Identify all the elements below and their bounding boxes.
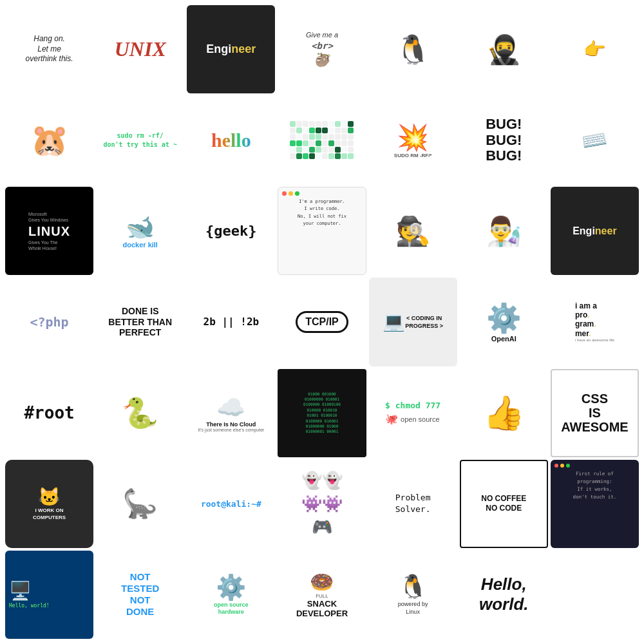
sticker-engineer2: Engineer <box>551 187 639 275</box>
matrix-cell <box>303 134 308 140</box>
matrix-cell <box>335 147 341 153</box>
coding-icon: 💻 <box>383 311 405 332</box>
hacker-icon: 🕵️ <box>395 214 431 248</box>
sticker-tesla: 👨‍🔬 <box>460 187 548 275</box>
matrix-cell <box>309 134 315 140</box>
problem-text: Problem Solver. <box>395 492 431 515</box>
pacman-icon: 👻👻👾👾🎮 <box>301 469 343 539</box>
hello-world2-line1: Hello, <box>479 574 529 594</box>
sticker-done: DONE IS BETTER THAN PERFECT <box>96 278 184 366</box>
matrix-cell <box>335 128 341 133</box>
matrix-cell <box>328 121 334 127</box>
snack-main-text: SNACK DEVELOPER <box>296 599 348 619</box>
terminal-content: I'm a programmer. I write code. No, I wi… <box>282 191 361 227</box>
sticker-hello-world-screen: 🖥️ Hello, world! <box>5 551 93 639</box>
matrix-cell <box>322 121 328 127</box>
sticker-thumbsup: 👍 <box>460 369 548 457</box>
matrix-cell <box>348 121 354 127</box>
matrix-cell <box>335 121 341 127</box>
sticker-css-awesome: CSS IS AWESOME <box>551 369 639 457</box>
sticker-php: <?php <box>5 278 93 366</box>
python-icon: 🐍 <box>122 395 158 430</box>
tux-icon: 🐧 <box>398 573 428 600</box>
sticker-programmer: i am a pro. gram. mer. i have an awesome… <box>551 278 639 366</box>
matrix-cell <box>328 140 334 146</box>
explosion-icon: 💥 <box>394 122 432 153</box>
sticker-ninja: 🥷 <box>460 5 548 93</box>
matrix-cell <box>341 140 347 146</box>
engineer1-neer: neer <box>231 43 256 56</box>
sticker-give-me: Give me a <br> 🦥 <box>278 5 366 93</box>
matrix-cell <box>341 153 347 159</box>
screen-icon: 🖥️ <box>9 580 32 601</box>
matrix-cell <box>348 153 354 159</box>
bug-text: BUG! BUG! BUG! <box>486 117 522 164</box>
gear-icon: ⚙️ <box>214 573 249 601</box>
coding-text: < CODING IN PROGRESS > <box>405 315 443 330</box>
first-rule-line2: programming: <box>554 478 635 486</box>
matrix-cell <box>309 147 315 153</box>
matrix-cell <box>335 153 341 159</box>
matrix-cell <box>341 134 347 140</box>
matrix-cell <box>290 153 296 159</box>
matrix-grid <box>290 121 354 159</box>
sticker-full-snack: 🍩 FULL SNACK DEVELOPER <box>278 551 366 639</box>
matrix-cell <box>296 128 302 133</box>
matrix-cell <box>290 128 296 133</box>
sticker-unix: UNIX <box>96 5 184 93</box>
matrix-cell <box>328 153 334 159</box>
iwork-text: I WORK ON COMPUTERS <box>33 507 66 521</box>
first-rule-content: First rule of programming: If it works, … <box>554 464 635 501</box>
nocloud-sub: It's just someone else's computer <box>198 428 264 432</box>
sticker-linux-ms: Microsoft Gives You Windows LINUX Gives … <box>5 187 93 275</box>
sticker-binary: 01000 00100001000000 0100010100000 01000… <box>278 369 366 457</box>
chmod-text: $ chmod 777 <box>385 401 440 410</box>
kali-text: root@kali:~# <box>201 499 261 509</box>
matrix-cell <box>316 147 321 153</box>
sticker-kali: root@kali:~# <box>187 460 275 548</box>
2b-text: 2b || !2b <box>204 316 260 328</box>
matrix-cell <box>296 134 302 140</box>
hello-text: hello <box>211 129 251 151</box>
matrix-cell <box>290 147 296 153</box>
sticker-openai: ⚙️ OpenAI <box>460 278 548 366</box>
first-rule-line3: If it works, <box>554 486 635 493</box>
dino-icon: 🦕 <box>122 487 158 520</box>
matrix-cell <box>316 153 321 159</box>
sticker-empty <box>551 551 639 639</box>
terminal-line1: I'm a programmer. <box>282 198 361 205</box>
octocat-icon: 🐙 <box>385 413 398 425</box>
not-tested-text: NOT TESTED NOT DONE <box>121 571 159 618</box>
sticker-pacman: 👻👻👾👾🎮 <box>278 460 366 548</box>
php-text: <?php <box>30 314 68 330</box>
snack-full-text: FULL <box>296 593 348 599</box>
sticker-no-coffee: NO COFFEE NO CODE <box>460 460 548 548</box>
sticker-not-tested: NOT TESTED NOT DONE <box>96 551 184 639</box>
matrix-cell <box>303 147 308 153</box>
matrix-cell <box>348 128 354 133</box>
unix-text: UNIX <box>115 37 166 61</box>
matrix-cell <box>328 128 334 133</box>
nocloud-title: There Is No Cloud <box>198 421 264 428</box>
matrix-cell <box>322 128 328 133</box>
matrix-cell <box>322 153 328 159</box>
sticker-i-work: 🐱 I WORK ON COMPUTERS <box>5 460 93 548</box>
sticker-powered-linux: 🐧 powered by Linux <box>369 551 457 639</box>
cat-icon: 🐱 <box>33 486 66 507</box>
engineer2-engi: Engi <box>573 225 595 237</box>
docker-icon: 🐋 <box>123 214 158 241</box>
engineer2-neer: neer <box>595 225 617 237</box>
sticker-2b: 2b || !2b <box>187 278 275 366</box>
matrix-cell <box>290 140 296 146</box>
binary-text: 01000 00100001000000 0100010100000 01000… <box>303 392 341 435</box>
helloworld-text: Hello, world! <box>9 603 50 609</box>
matrix-cell <box>296 153 302 159</box>
sticker-bug: BUG! BUG! BUG! <box>460 96 548 184</box>
powered-text: powered by Linux <box>398 600 428 616</box>
sticker-first-rule: First rule of programming: If it works, … <box>551 460 639 548</box>
linux-ms-text: Microsoft Gives You Windows LINUX Gives … <box>28 211 70 251</box>
first-rule-line1: First rule of <box>554 470 635 478</box>
matrix-cell <box>322 147 328 153</box>
sticker-docker: 🐋 docker kill <box>96 187 184 275</box>
programmer-text: i am a pro. gram. mer. i have an awesome… <box>575 301 614 343</box>
